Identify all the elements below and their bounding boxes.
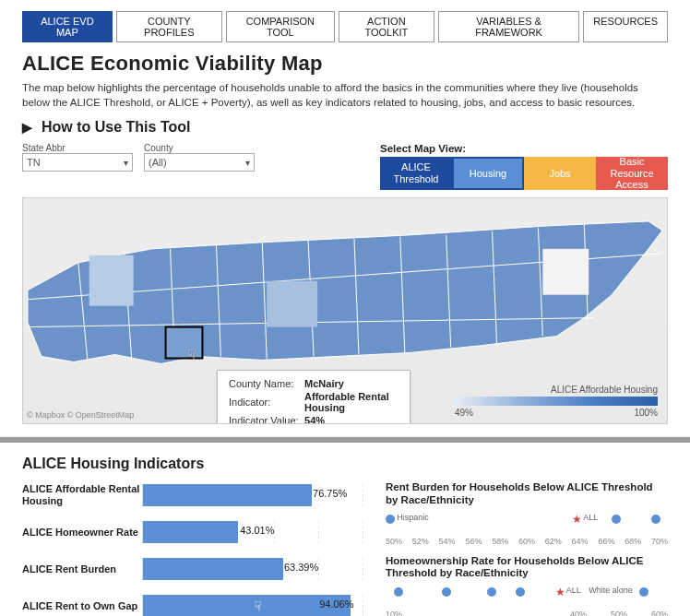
- tooltip-county-value: McNairy: [304, 378, 399, 389]
- tab-alice-evd-map[interactable]: ALICE EVD MAP: [22, 11, 113, 42]
- tooltip-indicator-value: Affordable Rental Housing: [304, 391, 399, 413]
- dotplot-homeownership: ★ALL White alone: [386, 586, 668, 608]
- svg-rect-0: [89, 255, 134, 306]
- state-select[interactable]: TN: [22, 153, 133, 172]
- howto-label: How to Use This Tool: [42, 119, 190, 136]
- bar-value: 76.75%: [313, 488, 347, 499]
- bar-fill: [143, 484, 312, 506]
- map-legend: ALICE Affordable Housing 49%100%: [455, 385, 658, 418]
- tooltip-value: 54%: [304, 415, 399, 424]
- dotplot1-axis: 50%52%54%56%58%60%62%64%66%68%70%: [386, 537, 668, 546]
- tab-comparison-tool[interactable]: COMPARISON TOOL: [226, 11, 335, 42]
- bar-fill: [143, 558, 283, 580]
- play-icon: ▶: [22, 120, 32, 135]
- tab-county-profiles[interactable]: COUNTY PROFILES: [116, 11, 222, 42]
- mapview-basic-resource[interactable]: Basic Resource Access: [596, 157, 668, 190]
- dotplot2-axis: 10%40%50%60%: [386, 610, 668, 616]
- mapview-housing[interactable]: Housing: [452, 157, 524, 190]
- bar-label: ALICE Rent to Own Gap: [22, 600, 142, 612]
- state-filter-label: State Abbr: [22, 143, 133, 153]
- dotplot1-title: Rent Burden for Households Below ALICE T…: [386, 481, 668, 507]
- county-filter-label: County: [144, 143, 255, 153]
- mapview-alice-threshold[interactable]: ALICE Threshold: [380, 157, 452, 190]
- tab-resources[interactable]: RESOURCES: [583, 11, 668, 42]
- page-title: ALICE Economic Viability Map: [22, 52, 668, 76]
- cursor-icon: ☟: [187, 346, 196, 363]
- svg-rect-3: [166, 327, 203, 359]
- bar-row: ALICE Rent Burden 63.39%: [22, 555, 363, 583]
- map-attribution: © Mapbox © OpenStreetMap: [27, 410, 134, 420]
- mapview-label: Select Map View:: [380, 143, 668, 154]
- tab-action-toolkit[interactable]: ACTION TOOLKIT: [339, 11, 434, 42]
- bar-label: ALICE Affordable Rental Housing: [22, 483, 142, 506]
- county-select[interactable]: (All): [144, 153, 255, 172]
- legend-title: ALICE Affordable Housing: [455, 385, 658, 395]
- cursor-icon: ☟: [254, 598, 262, 613]
- map-tooltip: County Name:McNairy Indicator:Affordable…: [217, 370, 410, 424]
- svg-rect-2: [542, 249, 589, 295]
- dotplot-rent-burden: Hispanic ★ALL: [386, 513, 668, 535]
- tooltip-indicator-label: Indicator:: [229, 391, 303, 413]
- bar-value: 43.01%: [240, 525, 274, 536]
- mapview-jobs[interactable]: Jobs: [524, 157, 596, 190]
- dotplot2-title: Homeownership Rate for Households Below …: [386, 555, 668, 581]
- nav-tabs: ALICE EVD MAP COUNTY PROFILES COMPARISON…: [22, 11, 668, 42]
- howto-toggle[interactable]: ▶ How to Use This Tool: [22, 119, 668, 136]
- bar-row: ALICE Affordable Rental Housing 76.75%: [22, 481, 363, 509]
- tooltip-value-label: Indicator Value:: [229, 415, 303, 424]
- choropleth-map[interactable]: ☟ County Name:McNairy Indicator:Affordab…: [22, 197, 668, 424]
- bar-value: 94.06%: [319, 598, 353, 610]
- housing-indicators-title: ALICE Housing Indicators: [22, 456, 668, 472]
- page-description: The map below highlights the percentage …: [22, 81, 668, 110]
- indicator-bar-chart: ALICE Affordable Rental Housing 76.75% A…: [22, 481, 363, 616]
- tab-variables-framework[interactable]: VARIABLES & FRAMEWORK: [438, 11, 580, 42]
- bar-value: 63.39%: [284, 562, 318, 573]
- legend-gradient: [455, 397, 658, 406]
- bar-label: ALICE Rent Burden: [22, 563, 142, 575]
- bar-fill: [143, 521, 238, 543]
- bar-label: ALICE Homeowner Rate: [22, 527, 142, 539]
- bar-row: ALICE Homeowner Rate 43.01%: [22, 518, 363, 546]
- svg-rect-1: [267, 281, 317, 327]
- bar-row: ALICE Rent to Own Gap 94.06% ☟: [22, 592, 363, 616]
- tooltip-county-label: County Name:: [229, 378, 303, 389]
